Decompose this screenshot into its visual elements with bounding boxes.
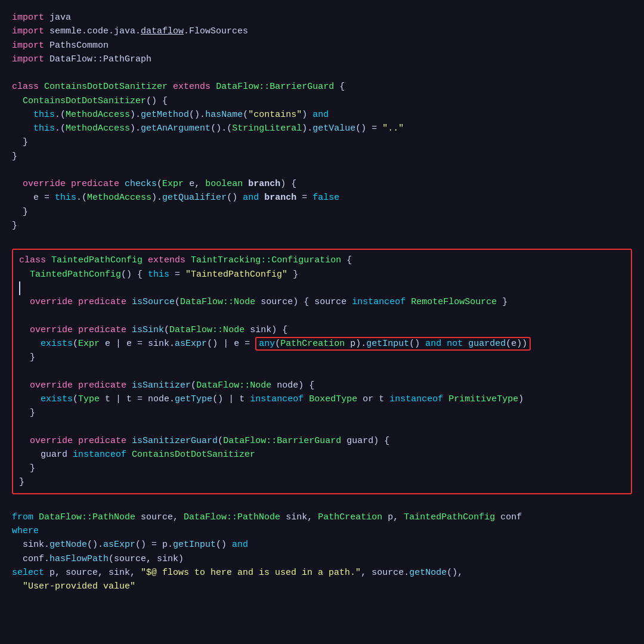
line-select2: "User-provided value" (12, 580, 632, 593)
line-issink1: override predicate isSink(DataFlow::Node… (19, 323, 625, 337)
line-where1: sink.getNode().asExpr() = p.getInput() a… (12, 538, 632, 552)
line-closing-brace: } (19, 475, 625, 489)
line-where: where (12, 524, 632, 538)
blank-4 (19, 309, 625, 323)
code-editor: import java import semmle.code.java.data… (0, 0, 644, 644)
line-issanitizer1: override predicate isSanitizer(DataFlow:… (19, 379, 625, 392)
line-class1: class ContainsDotDotSanitizer extends Da… (12, 80, 632, 94)
blank-1 (12, 66, 632, 80)
blank-6 (19, 420, 625, 434)
line-issource: override predicate isSource(DataFlow::No… (19, 295, 625, 309)
line-where2: conf.hasFlowPath(source, sink) (12, 552, 632, 566)
line-brace3: } (12, 205, 632, 219)
line-issanitizerguard1: override predicate isSanitizerGuard(Data… (19, 434, 625, 448)
blank-5 (19, 364, 625, 378)
line-constructor2: TaintedPathConfig() { this = "TaintedPat… (19, 268, 625, 281)
line-issink2: exists(Expr e | e = sink.asExpr() | e = … (19, 337, 625, 351)
line-3: import PathsCommon (12, 39, 632, 52)
line-brace2: } (12, 150, 632, 163)
blank-2 (12, 163, 632, 177)
line-override1: override predicate checks(Expr e, boolea… (12, 177, 632, 191)
line-class2: class TaintedPathConfig extends TaintTra… (19, 253, 625, 267)
line-select: select p, source, sink, "$@ flows to her… (12, 566, 632, 580)
tainted-path-config-box: class TaintedPathConfig extends TaintTra… (12, 249, 632, 494)
line-eq1: e = this.(MethodAccess).getQualifier() a… (12, 191, 632, 205)
line-constructor1: ContainsDotDotSanitizer() { (12, 94, 632, 108)
line-issanitizer3: } (19, 406, 625, 420)
line-issanitizerguard3: } (19, 462, 625, 475)
line-this2: this.(MethodAccess).getAnArgument().(Str… (12, 122, 632, 135)
line-issanitizer2: exists(Type t | t = node.getType() | t i… (19, 392, 625, 406)
line-this1: this.(MethodAccess).getMethod().hasName(… (12, 108, 632, 122)
blank-3 (12, 233, 632, 246)
cursor-indicator (19, 281, 625, 295)
line-brace4: } (12, 219, 632, 233)
line-brace1: } (12, 135, 632, 149)
line-issink3: } (19, 351, 625, 364)
blank-7 (12, 497, 632, 510)
line-2: import semmle.code.java.dataflow.FlowSou… (12, 24, 632, 38)
line-from: from DataFlow::PathNode source, DataFlow… (12, 510, 632, 524)
line-1: import java (12, 11, 632, 24)
line-4: import DataFlow::PathGraph (12, 52, 632, 66)
line-issanitizerguard2: guard instanceof ContainsDotDotSanitizer (19, 448, 625, 462)
highlighted-expr: any(PathCreation p).getInput() and not g… (255, 337, 531, 351)
